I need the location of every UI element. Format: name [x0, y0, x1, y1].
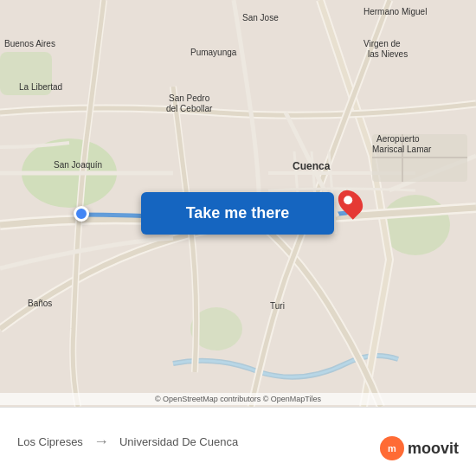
svg-text:m: m: [388, 443, 396, 453]
moovit-logo: m moovit: [380, 436, 459, 460]
bottom-bar: Los Cipreses → Universidad De Cuenca m m…: [0, 407, 476, 476]
route-arrow-icon: →: [93, 433, 109, 451]
take-me-there-button[interactable]: Take me there: [141, 192, 334, 235]
from-location: Los Cipreses: [17, 435, 83, 448]
origin-location-dot: [74, 206, 89, 222]
to-location: Universidad De Cuenca: [119, 435, 238, 448]
svg-rect-4: [0, 52, 52, 95]
moovit-brand-name: moovit: [408, 440, 459, 458]
destination-pin: [340, 189, 361, 216]
app-container: San Jose Hermano Miguel Buenos Aires Pum…: [0, 0, 476, 476]
map-attribution: © OpenStreetMap contributors © OpenMapTi…: [0, 393, 476, 405]
map-area: San Jose Hermano Miguel Buenos Aires Pum…: [0, 0, 476, 407]
moovit-icon: m: [380, 436, 404, 460]
